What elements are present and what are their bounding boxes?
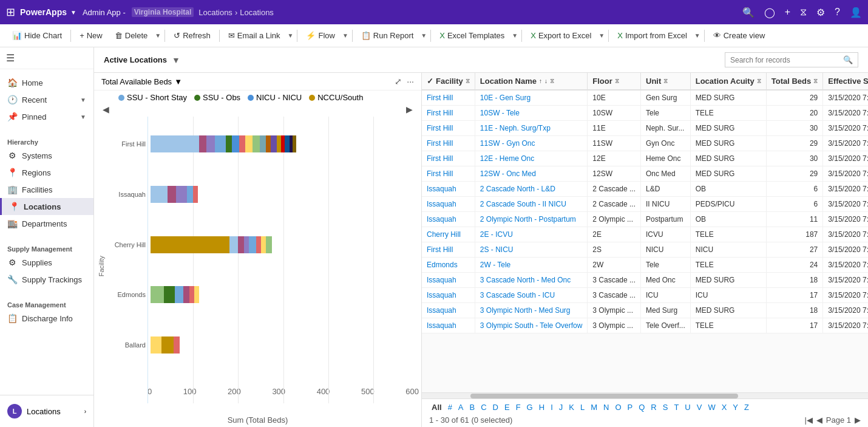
breadcrumb-locations2[interactable]: Locations [240, 8, 274, 17]
run-report-button[interactable]: 📋 Run Report [356, 29, 418, 43]
cell-location-name[interactable]: 12E - Heme Onc [475, 151, 588, 166]
alpha-h[interactable]: H [537, 401, 547, 413]
cell-facility[interactable]: First Hill [422, 121, 475, 136]
chart-prev-button[interactable]: ◀ [103, 104, 109, 114]
sidebar-item-systems[interactable]: ⚙ Systems [0, 147, 93, 164]
cell-location-name[interactable]: 2 Cascade South - II NICU [475, 197, 588, 212]
sidebar-item-recent[interactable]: 🕐 Recent ▼ [0, 91, 93, 108]
col-facility-checkbox[interactable]: ✓ [427, 77, 433, 86]
flow-button[interactable]: ⚡ Flow [301, 29, 339, 43]
create-view-button[interactable]: 👁 Create view [708, 29, 770, 43]
bar-track-issaquah[interactable] [151, 186, 419, 203]
alpha-b[interactable]: B [467, 401, 478, 413]
alpha-p[interactable]: P [625, 401, 636, 413]
sidebar-item-home[interactable]: 🏠 Home [0, 74, 93, 91]
alpha-m[interactable]: M [588, 401, 600, 413]
bar-track-ballard[interactable] [151, 336, 419, 354]
export-excel-button[interactable]: X Export to Excel [526, 29, 596, 43]
cell-facility[interactable]: Cherry Hill [422, 227, 475, 242]
page-next-button[interactable]: ▶ [855, 415, 861, 425]
page-first-button[interactable]: |◀ [804, 415, 812, 425]
sidebar-item-supply-trackings[interactable]: 🔧 Supply Trackings [0, 271, 93, 288]
search-input[interactable] [730, 56, 839, 64]
bar-track-firsthill[interactable] [151, 135, 419, 152]
cell-location-name[interactable]: 11SW - Gyn Onc [475, 136, 588, 151]
chart-title-button[interactable]: Total Available Beds ▼ [101, 77, 182, 86]
col-location-sort-desc[interactable]: ↓ [544, 78, 548, 84]
col-location-filter[interactable]: ⧖ [550, 78, 554, 85]
cell-location-name[interactable]: 12SW - Onc Med [475, 166, 588, 182]
alpha-j[interactable]: J [557, 401, 566, 413]
cell-location-name[interactable]: 2S - NICU [475, 242, 588, 258]
page-prev-button[interactable]: ◀ [816, 415, 822, 425]
col-acuity-filter[interactable]: ⧖ [757, 78, 761, 85]
caret-icon[interactable]: ▼ [70, 9, 76, 16]
cell-location-name[interactable]: 11E - Neph. Surg/Txp [475, 121, 588, 136]
cell-location-name[interactable]: 3 Cascade South - ICU [475, 288, 588, 303]
email-link-button[interactable]: ✉ Email a Link [223, 29, 285, 43]
run-report-dropdown[interactable]: ▼ [421, 32, 427, 39]
cell-location-name[interactable]: 3 Olympic North - Med Surg [475, 303, 588, 318]
cell-facility[interactable]: Issaquah [422, 273, 475, 288]
cell-facility[interactable]: First Hill [422, 136, 475, 151]
cell-facility[interactable]: Issaquah [422, 212, 475, 227]
alpha-w[interactable]: W [705, 401, 717, 413]
email-dropdown[interactable]: ▼ [288, 32, 294, 39]
cell-facility[interactable]: Issaquah [422, 197, 475, 212]
cell-location-name[interactable]: 2 Cascade North - L&D [475, 182, 588, 197]
cell-facility[interactable]: First Hill [422, 166, 475, 182]
cell-facility[interactable]: First Hill [422, 242, 475, 258]
sidebar-item-departments[interactable]: 🏬 Departments [0, 215, 93, 232]
table-wrapper[interactable]: ✓ Facility ⧖ Location Name ↑ [422, 73, 868, 392]
alpha-e[interactable]: E [502, 401, 512, 413]
new-button[interactable]: + New [75, 29, 107, 43]
cell-facility[interactable]: Issaquah [422, 288, 475, 303]
alpha-s[interactable]: S [660, 401, 671, 413]
cell-location-name[interactable]: 2 Olympic North - Postpartum [475, 212, 588, 227]
cell-location-name[interactable]: 2E - ICVU [475, 227, 588, 242]
sidebar-item-supplies[interactable]: ⚙ Supplies [0, 254, 93, 271]
refresh-button[interactable]: ↺ Refresh [169, 29, 215, 43]
search-nav-icon[interactable]: 🔍 [742, 7, 754, 18]
alpha-l[interactable]: L [578, 401, 587, 413]
hamburger-icon[interactable]: ☰ [6, 53, 15, 63]
alpha-f[interactable]: F [514, 401, 523, 413]
col-location-sort-asc[interactable]: ↑ [539, 78, 542, 84]
excel-templates-dropdown[interactable]: ▼ [512, 32, 518, 39]
cell-location-name[interactable]: 3 Cascade North - Med Onc [475, 273, 588, 288]
alpha-o[interactable]: O [612, 401, 623, 413]
delete-dropdown[interactable]: ▼ [155, 32, 161, 39]
cell-facility[interactable]: First Hill [422, 90, 475, 106]
col-floor-filter[interactable]: ⧖ [615, 78, 619, 85]
excel-templates-button[interactable]: X Excel Templates [435, 29, 509, 43]
cell-facility[interactable]: Edmonds [422, 258, 475, 273]
hide-chart-button[interactable]: 📊 Hide Chart [7, 29, 67, 43]
alpha-u[interactable]: U [682, 401, 693, 413]
cell-facility[interactable]: First Hill [422, 151, 475, 166]
col-facility-filter[interactable]: ⧖ [466, 78, 470, 85]
alpha-z[interactable]: Z [742, 401, 751, 413]
breadcrumb-locations1[interactable]: Locations [198, 8, 232, 17]
alpha-a[interactable]: A [456, 401, 466, 413]
alpha-g[interactable]: G [524, 401, 535, 413]
alpha-x[interactable]: X [719, 401, 730, 413]
cell-location-name[interactable]: 10E - Gen Surg [475, 90, 588, 106]
bar-track-edmonds[interactable] [151, 286, 419, 303]
h-scrollbar[interactable] [422, 392, 868, 398]
sidebar-footer-location[interactable]: L Locations › [7, 400, 86, 422]
flow-dropdown[interactable]: ▼ [342, 32, 348, 39]
import-excel-button[interactable]: X Import from Excel [612, 29, 692, 43]
alpha-y[interactable]: Y [730, 401, 741, 413]
alpha-i[interactable]: I [548, 401, 555, 413]
bar-track-cherryhill[interactable] [151, 236, 419, 253]
alpha-all[interactable]: All [429, 401, 444, 413]
export-dropdown[interactable]: ▼ [598, 32, 605, 39]
title-caret[interactable]: ▼ [172, 55, 180, 65]
alpha-q[interactable]: Q [636, 401, 647, 413]
plus-nav-icon[interactable]: + [785, 7, 790, 18]
cell-facility[interactable]: First Hill [422, 106, 475, 121]
import-dropdown[interactable]: ▼ [694, 32, 700, 39]
alpha-hash[interactable]: # [446, 401, 455, 413]
alpha-n[interactable]: N [601, 401, 611, 413]
sidebar-item-regions[interactable]: 📍 Regions [0, 164, 93, 181]
